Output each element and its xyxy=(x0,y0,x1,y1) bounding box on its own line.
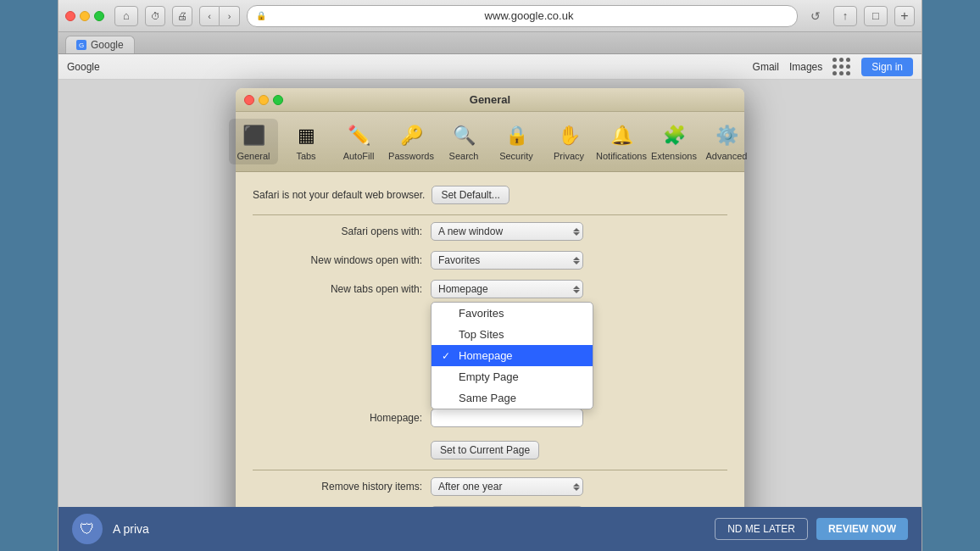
tabs-label: Tabs xyxy=(296,151,315,161)
google-bar-links: Gmail Images Sign in xyxy=(753,58,913,76)
new-tabs-row: New tabs open with: Homepage xyxy=(253,280,727,298)
privacy-actions: ND ME LATER REVIEW NOW xyxy=(715,518,908,540)
menu-item-emptypage-label: Empty Page xyxy=(459,370,519,383)
apps-dot xyxy=(832,64,837,69)
homepage-control xyxy=(431,409,583,427)
print-button[interactable]: 🖨 xyxy=(172,6,192,26)
security-label: Security xyxy=(499,151,533,161)
toolbar-extensions[interactable]: 🧩 Extensions xyxy=(649,119,699,164)
prefs-maximize-btn[interactable] xyxy=(273,95,283,105)
refresh-button[interactable]: ↺ xyxy=(805,6,827,26)
new-tabs-dropdown[interactable]: Homepage xyxy=(431,280,583,298)
passwords-icon: 🔑 xyxy=(398,122,425,149)
menu-item-homepage[interactable]: ✓ Homepage xyxy=(432,345,593,366)
browser-maximize-btn[interactable] xyxy=(94,11,104,21)
prefs-titlebar: General xyxy=(236,88,744,112)
privacy-bar: 🛡 A priva ND ME LATER REVIEW NOW xyxy=(58,507,922,551)
tab-bar: G Google xyxy=(58,32,922,54)
new-windows-control: Favorites xyxy=(431,251,583,270)
prefs-content: Safari is not your default web browser. … xyxy=(236,172,744,551)
toolbar-passwords[interactable]: 🔑 Passwords xyxy=(387,119,436,164)
new-tabs-label: New tabs open with: xyxy=(253,283,422,295)
safari-notice-label: Safari is not your default web browser. xyxy=(253,189,425,201)
apps-dot xyxy=(839,71,844,75)
privacy-text: A priva xyxy=(113,522,149,536)
home-button[interactable]: ⌂ xyxy=(114,6,138,26)
apps-dot xyxy=(839,58,844,62)
url-bar[interactable]: 🔒 www.google.co.uk xyxy=(247,5,798,27)
remove-history-row: Remove history items: After one year xyxy=(253,477,727,496)
safari-opens-dropdown[interactable]: A new window xyxy=(431,222,583,241)
toolbar-tabs[interactable]: ▦ Tabs xyxy=(281,119,331,164)
menu-item-samepage[interactable]: Same Page xyxy=(432,387,593,409)
toolbar-autofill[interactable]: ✏️ AutoFill xyxy=(334,119,383,164)
search-label: Search xyxy=(449,151,479,161)
privacy-icon: ✋ xyxy=(555,122,582,149)
toolbar-security[interactable]: 🔒 Security xyxy=(492,119,541,164)
divider-1 xyxy=(253,214,727,215)
google-topbar: Google Gmail Images Sign in xyxy=(58,54,922,80)
set-current-button[interactable]: Set to Current Page xyxy=(431,441,539,459)
apps-dot xyxy=(846,71,850,75)
browser-window: ⌂ ⏱ 🖨 ‹ › 🔒 www.google.co.uk ↺ ↑ □ + G G… xyxy=(58,0,922,551)
new-tabs-dropdown-menu: Favorites Top Sites ✓ Homepage xyxy=(431,302,593,409)
url-text: www.google.co.uk xyxy=(270,9,788,22)
prefs-toolbar: ⬛ General ▦ Tabs ✏️ AutoFill 🔑 Passwords… xyxy=(236,112,744,172)
browser-content: General ⬛ General ▦ Tabs ✏️ AutoFill 🔑 xyxy=(58,80,922,551)
toolbar-notifications[interactable]: 🔔 Notifications xyxy=(597,119,646,164)
autofill-label: AutoFill xyxy=(343,151,375,161)
browser-close-btn[interactable] xyxy=(65,11,75,21)
preferences-dialog: General ⬛ General ▦ Tabs ✏️ AutoFill 🔑 xyxy=(236,88,744,551)
tab-title: Google xyxy=(91,39,124,51)
general-icon: ⬛ xyxy=(240,122,267,149)
reading-button[interactable]: □ xyxy=(864,6,888,26)
menu-item-emptypage[interactable]: Empty Page xyxy=(432,366,593,387)
homepage-input[interactable] xyxy=(431,409,583,427)
remove-history-dropdown[interactable]: After one year xyxy=(431,477,583,496)
history-button[interactable]: ⏱ xyxy=(145,6,165,26)
safari-notice-text: Safari is not your default web browser. xyxy=(253,189,425,201)
tabs-icon: ▦ xyxy=(292,122,320,149)
browser-minimize-btn[interactable] xyxy=(80,11,90,21)
shield-symbol: 🛡 xyxy=(80,520,95,538)
menu-item-topsites-label: Top Sites xyxy=(459,328,504,341)
google-bar-left: Google xyxy=(67,61,100,73)
menu-item-samepage-label: Same Page xyxy=(459,392,516,404)
set-default-button[interactable]: Set Default... xyxy=(432,186,509,204)
back-button[interactable]: ‹ xyxy=(199,6,220,26)
apps-dot xyxy=(846,64,850,69)
menu-item-favorites[interactable]: Favorites xyxy=(432,303,593,324)
prefs-minimize-btn[interactable] xyxy=(259,95,269,105)
toolbar-advanced[interactable]: ⚙️ Advanced xyxy=(702,119,751,164)
toolbar-general[interactable]: ⬛ General xyxy=(229,119,278,164)
toolbar-privacy[interactable]: ✋ Privacy xyxy=(544,119,593,164)
forward-button[interactable]: › xyxy=(220,6,240,26)
review-now-button[interactable]: REVIEW NOW xyxy=(816,518,908,540)
menu-item-favorites-label: Favorites xyxy=(459,307,504,320)
sign-in-button[interactable]: Sign in xyxy=(861,58,913,76)
new-windows-row: New windows open with: Favorites xyxy=(253,251,727,270)
checkmark-homepage: ✓ xyxy=(442,350,454,362)
safari-opens-control: A new window xyxy=(431,222,583,241)
safari-opens-label: Safari opens with: xyxy=(253,225,422,237)
apps-dot xyxy=(846,58,850,62)
active-tab[interactable]: G Google xyxy=(65,36,135,53)
lock-icon: 🔒 xyxy=(256,11,266,20)
browser-titlebar: ⌂ ⏱ 🖨 ‹ › 🔒 www.google.co.uk ↺ ↑ □ + xyxy=(58,0,922,32)
remind-later-button[interactable]: ND ME LATER xyxy=(715,518,808,540)
images-link[interactable]: Images xyxy=(789,61,822,73)
prefs-close-btn[interactable] xyxy=(244,95,254,105)
google-apps-button[interactable] xyxy=(832,58,851,76)
new-windows-label: New windows open with: xyxy=(253,254,422,266)
toolbar-search[interactable]: 🔍 Search xyxy=(439,119,488,164)
search-icon: 🔍 xyxy=(450,122,477,149)
autofill-icon: ✏️ xyxy=(345,122,372,149)
remove-history-control: After one year xyxy=(431,477,583,496)
gmail-link[interactable]: Gmail xyxy=(753,61,779,73)
new-tab-button[interactable]: + xyxy=(894,6,915,26)
notifications-icon: 🔔 xyxy=(608,122,635,149)
menu-item-topsites[interactable]: Top Sites xyxy=(432,324,593,345)
share-button[interactable]: ↑ xyxy=(833,6,857,26)
homepage-row: Homepage: xyxy=(253,409,727,427)
new-windows-dropdown[interactable]: Favorites xyxy=(431,251,583,270)
